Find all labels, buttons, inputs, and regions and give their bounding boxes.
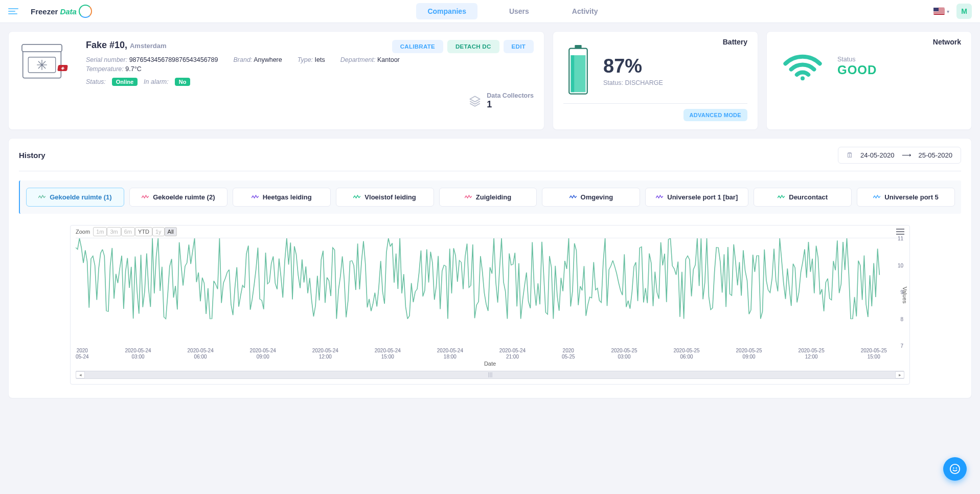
department-value: Kantoor: [377, 56, 400, 63]
device-location: Amsterdam: [130, 42, 167, 50]
zoom-1y[interactable]: 1y: [152, 227, 165, 236]
date-range-picker[interactable]: 🗓 24-05-2020 ⟶ 25-05-2020: [838, 147, 961, 164]
yaxis-tick: 9: [900, 289, 903, 295]
nav-item-companies[interactable]: Companies: [416, 3, 477, 19]
calendar-icon: 🗓: [847, 151, 853, 159]
series-spark-icon: [38, 193, 45, 201]
xaxis-tick: 2020-05-2403:00: [125, 348, 151, 360]
navigator-right-handle[interactable]: ▸: [895, 371, 904, 378]
data-collectors-label: Data Collectors: [487, 92, 534, 99]
department-label: Department:: [340, 56, 376, 63]
nav-right: ▾ M: [933, 4, 972, 19]
series-tab[interactable]: Universele port 5: [857, 188, 955, 207]
brand-label: Brand:: [233, 56, 252, 63]
battery-icon: [565, 45, 591, 96]
avatar[interactable]: M: [956, 4, 972, 19]
series-tab[interactable]: Universele port 1 [bar]: [645, 188, 748, 207]
freezer-illustration: ◈: [19, 40, 77, 86]
xaxis-tick: 202005-25: [562, 348, 575, 360]
brand-value: Anywhere: [254, 56, 282, 63]
xaxis-tick: 2020-05-2515:00: [861, 348, 887, 360]
series-tab[interactable]: Zuigleiding: [439, 188, 537, 207]
device-card: ◈ Fake #10, Amsterdam CALIBRATE DETACH D…: [8, 31, 544, 130]
series-tab-label: Universele port 5: [884, 193, 939, 201]
alarm-label: In alarm:: [144, 78, 169, 85]
network-status-label: Status: [837, 56, 877, 63]
zoom-label: Zoom: [76, 229, 90, 235]
yaxis-tick: 10: [898, 263, 903, 268]
serial-value: 98765434567898765434567­89: [129, 56, 218, 63]
history-title: History: [19, 151, 45, 160]
yaxis-tick: 11: [898, 236, 903, 241]
device-name: Fake #10,: [86, 40, 127, 50]
xaxis-tick: 2020-05-2415:00: [375, 348, 401, 360]
brand-ring-icon: [79, 5, 92, 18]
status-badge: Online: [112, 78, 138, 86]
series-spark-icon: [778, 193, 785, 201]
nav-item-users[interactable]: Users: [498, 3, 540, 19]
locale-selector[interactable]: ▾: [933, 8, 949, 15]
xaxis-tick: 2020-05-2409:00: [250, 348, 276, 360]
battery-percent: 87%: [603, 55, 663, 77]
battery-card: Battery 87% Status: DISCHARGE ADVANCED M…: [553, 31, 758, 130]
series-tab[interactable]: Vloeistof leiding: [336, 188, 434, 207]
series-tab[interactable]: Omgeving: [542, 188, 640, 207]
date-to: 25-05-2020: [919, 151, 953, 159]
zoom-6m[interactable]: 6m: [121, 227, 135, 236]
xaxis-tick: 2020-05-2418:00: [437, 348, 463, 360]
menu-toggle-icon[interactable]: [8, 6, 19, 17]
chart-plot[interactable]: Values 7891011: [76, 238, 904, 346]
data-collectors: Data Collectors 1: [19, 92, 534, 110]
network-card-title: Network: [933, 38, 961, 46]
series-tab-label: Universele port 1 [bar]: [667, 193, 738, 201]
chart-container: Zoom 1m3m6mYTD1yAll Values 7891011 20200…: [70, 225, 910, 385]
temperature-label: Temperature:: [86, 65, 124, 73]
series-spark-icon: [569, 193, 577, 201]
type-label: Type:: [298, 56, 313, 63]
type-value: Iets: [315, 56, 325, 63]
xaxis-tick: 2020-05-2406:00: [188, 348, 214, 360]
zoom-all[interactable]: All: [165, 227, 177, 236]
advanced-mode-button[interactable]: ADVANCED MODE: [683, 109, 747, 121]
network-card: Network Status GOOD: [766, 31, 972, 130]
chevron-down-icon: ▾: [947, 9, 949, 14]
calibrate-button[interactable]: CALIBRATE: [392, 40, 443, 53]
series-tab[interactable]: Heetgas leiding: [233, 188, 331, 207]
battery-status-label: Status:: [603, 79, 623, 86]
edit-button[interactable]: EDIT: [504, 40, 534, 53]
svg-rect-6: [571, 55, 575, 92]
arrow-right-icon: ⟶: [902, 151, 911, 159]
zoom-ytd[interactable]: YTD: [135, 227, 152, 236]
nav-item-activity[interactable]: Activity: [561, 3, 609, 19]
series-tab[interactable]: Gekoelde ruimte (2): [129, 188, 227, 207]
series-tab[interactable]: Deurcontact: [754, 188, 852, 207]
series-spark-icon: [656, 193, 663, 201]
navigator-left-handle[interactable]: ◂: [76, 371, 85, 378]
brand-text-1: Freezer: [31, 7, 58, 16]
chart-menu-icon[interactable]: [896, 229, 904, 235]
series-tabs: Gekoelde ruimte (1)Gekoelde ruimte (2)He…: [19, 181, 961, 214]
series-spark-icon: [465, 193, 472, 201]
history-card: History 🗓 24-05-2020 ⟶ 25-05-2020 Gekoel…: [8, 138, 972, 398]
series-tab-label: Gekoelde ruimte (2): [153, 193, 215, 201]
data-collectors-count: 1: [487, 99, 534, 110]
series-tab-label: Deurcontact: [789, 193, 828, 201]
detach-dc-button[interactable]: DETACH DC: [447, 40, 499, 53]
freezer-brand-badge: ◈: [57, 65, 68, 71]
series-tab[interactable]: Gekoelde ruimte (1): [26, 188, 124, 207]
alarm-badge: No: [175, 78, 191, 86]
serial-label: Serial number:: [86, 56, 127, 63]
xaxis-tick: 2020-05-2503:00: [611, 348, 637, 360]
brand-logo[interactable]: FreezerData: [31, 5, 92, 18]
nav-center: CompaniesUsersActivity: [92, 3, 933, 19]
chart-navigator[interactable]: ◂ ▸: [76, 371, 904, 379]
zoom-1m[interactable]: 1m: [93, 227, 107, 236]
series-tab-label: Gekoelde ruimte (1): [50, 193, 111, 201]
xaxis-tick: 2020-05-2421:00: [499, 348, 526, 360]
xaxis-tick: 2020-05-2506:00: [673, 348, 699, 360]
zoom-3m[interactable]: 3m: [107, 227, 121, 236]
device-title: Fake #10, Amsterdam: [86, 40, 167, 51]
series-tab-label: Vloeistof leiding: [364, 193, 416, 201]
series-tab-label: Heetgas leiding: [263, 193, 312, 201]
series-spark-icon: [252, 193, 259, 201]
